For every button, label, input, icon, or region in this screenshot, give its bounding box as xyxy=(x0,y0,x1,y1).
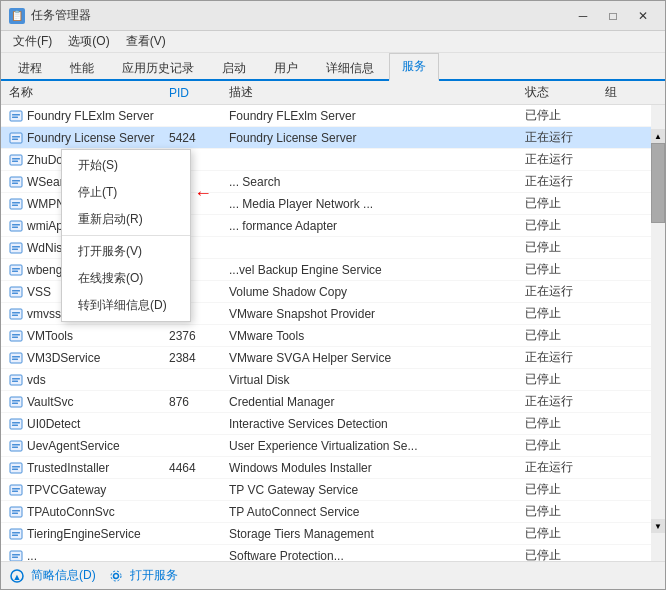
table-row[interactable]: TieringEngineService Storage Tiers Manag… xyxy=(1,523,665,545)
svg-rect-35 xyxy=(12,358,18,360)
title-controls: ─ □ ✕ xyxy=(569,5,657,27)
service-icon xyxy=(9,263,23,277)
svg-rect-1 xyxy=(12,114,20,116)
ctx-online-search[interactable]: 在线搜索(O) xyxy=(62,265,190,292)
open-services-link[interactable]: 打开服务 xyxy=(130,567,178,584)
table-row[interactable]: ... Software Protection... 已停止 xyxy=(1,545,665,561)
svg-rect-47 xyxy=(12,446,18,448)
col-status[interactable]: 状态 xyxy=(521,84,601,101)
col-pid[interactable]: PID xyxy=(165,86,225,100)
stop-arrow-icon: ← xyxy=(194,182,212,203)
cell-name: TPVCGateway xyxy=(5,483,165,497)
cell-pid: 2376 xyxy=(165,329,225,343)
tab-processes[interactable]: 进程 xyxy=(5,55,55,81)
ctx-start[interactable]: 开始(S) xyxy=(62,152,190,179)
cell-pid: 5424 xyxy=(165,131,225,145)
svg-rect-50 xyxy=(12,468,18,470)
cell-status: 已停止 xyxy=(521,261,601,278)
cell-desc: ... formance Adapter xyxy=(225,219,521,233)
table-row[interactable]: UevAgentService User Experience Virtuali… xyxy=(1,435,665,457)
table-row[interactable]: TPVCGateway TP VC Gateway Service 已停止 xyxy=(1,479,665,501)
service-icon xyxy=(9,395,23,409)
service-icon xyxy=(9,461,23,475)
table-row[interactable]: Foundry License Server 5424 Foundry Lice… xyxy=(1,127,665,149)
svg-rect-29 xyxy=(12,314,18,316)
cell-desc: Credential Manager xyxy=(225,395,521,409)
title-bar-left: 📋 任务管理器 xyxy=(9,7,91,24)
cell-name: VM3DService xyxy=(5,351,165,365)
service-icon xyxy=(9,527,23,541)
cell-name: UevAgentService xyxy=(5,439,165,453)
tab-startup[interactable]: 启动 xyxy=(209,55,259,81)
svg-rect-11 xyxy=(12,182,18,184)
cell-status: 正在运行 xyxy=(521,283,601,300)
table-row[interactable]: vds Virtual Disk 已停止 xyxy=(1,369,665,391)
col-name[interactable]: 名称 xyxy=(5,84,165,101)
menu-options[interactable]: 选项(O) xyxy=(60,31,117,52)
svg-rect-61 xyxy=(12,554,20,556)
cell-status: 已停止 xyxy=(521,217,601,234)
cell-desc: Foundry FLExlm Server xyxy=(225,109,521,123)
svg-rect-36 xyxy=(10,375,22,385)
svg-rect-17 xyxy=(12,226,18,228)
svg-rect-49 xyxy=(12,466,20,468)
tab-users[interactable]: 用户 xyxy=(261,55,311,81)
cell-desc: ... Media Player Network ... xyxy=(225,197,521,211)
brief-info-link[interactable]: 简略信息(D) xyxy=(31,567,96,584)
svg-rect-7 xyxy=(12,158,20,160)
svg-rect-8 xyxy=(12,160,18,162)
cell-status: 已停止 xyxy=(521,195,601,212)
svg-text:▲: ▲ xyxy=(13,572,22,582)
svg-rect-38 xyxy=(12,380,18,382)
menu-file[interactable]: 文件(F) xyxy=(5,31,60,52)
cell-desc: ... Search xyxy=(225,175,521,189)
table-row[interactable]: Foundry FLExlm Server Foundry FLExlm Ser… xyxy=(1,105,665,127)
cell-name: TieringEngineService xyxy=(5,527,165,541)
svg-rect-31 xyxy=(12,334,20,336)
content-area: 名称 PID 描述 状态 组 Foundry FLExlm Server Fou… xyxy=(1,81,665,561)
tab-app-history[interactable]: 应用历史记录 xyxy=(109,55,207,81)
cell-status: 正在运行 xyxy=(521,349,601,366)
tab-details[interactable]: 详细信息 xyxy=(313,55,387,81)
cell-name: ... xyxy=(5,549,165,562)
scroll-up-button[interactable]: ▲ xyxy=(651,129,665,143)
table-row[interactable]: UI0Detect Interactive Services Detection… xyxy=(1,413,665,435)
table-header: 名称 PID 描述 状态 组 xyxy=(1,81,665,105)
svg-rect-60 xyxy=(10,551,22,561)
minimize-button[interactable]: ─ xyxy=(569,5,597,27)
ctx-goto-details[interactable]: 转到详细信息(D) xyxy=(62,292,190,319)
scroll-thumb[interactable] xyxy=(651,143,665,223)
table-row[interactable]: VMTools 2376 VMware Tools 已停止 xyxy=(1,325,665,347)
scrollbar[interactable]: ▲ ▼ xyxy=(651,105,665,561)
table-row[interactable]: TPAutoConnSvc TP AutoConnect Service 已停止 xyxy=(1,501,665,523)
cell-desc: Software Protection... xyxy=(225,549,521,562)
ctx-restart[interactable]: 重新启动(R) xyxy=(62,206,190,233)
svg-rect-53 xyxy=(12,490,18,492)
menu-view[interactable]: 查看(V) xyxy=(118,31,174,52)
table-row[interactable]: VaultSvc 876 Credential Manager 正在运行 xyxy=(1,391,665,413)
scroll-down-button[interactable]: ▼ xyxy=(651,519,665,533)
ctx-open-services[interactable]: 打开服务(V) xyxy=(62,238,190,265)
service-icon xyxy=(9,351,23,365)
svg-rect-54 xyxy=(10,507,22,517)
cell-status: 正在运行 xyxy=(521,173,601,190)
tab-performance[interactable]: 性能 xyxy=(57,55,107,81)
svg-rect-45 xyxy=(10,441,22,451)
service-icon xyxy=(9,197,23,211)
cell-desc: VMware Snapshot Provider xyxy=(225,307,521,321)
svg-rect-41 xyxy=(12,402,18,404)
col-desc[interactable]: 描述 xyxy=(225,84,521,101)
service-icon xyxy=(9,549,23,562)
ctx-stop[interactable]: 停止(T) ← xyxy=(62,179,190,206)
svg-rect-42 xyxy=(10,419,22,429)
svg-rect-44 xyxy=(12,424,18,426)
table-row[interactable]: TrustedInstaller 4464 Windows Modules In… xyxy=(1,457,665,479)
table-row[interactable]: VM3DService 2384 VMware SVGA Helper Serv… xyxy=(1,347,665,369)
tab-services[interactable]: 服务 xyxy=(389,53,439,81)
maximize-button[interactable]: □ xyxy=(599,5,627,27)
close-button[interactable]: ✕ xyxy=(629,5,657,27)
svg-rect-18 xyxy=(10,243,22,253)
svg-rect-20 xyxy=(12,248,18,250)
col-group[interactable]: 组 xyxy=(601,84,661,101)
cell-desc: Volume Shadow Copy xyxy=(225,285,521,299)
